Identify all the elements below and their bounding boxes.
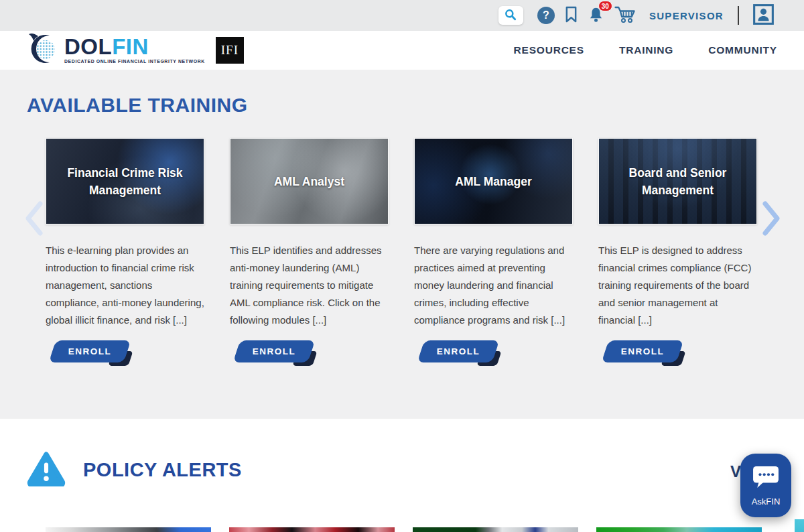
training-card-description: This ELP is designed to address financia… — [598, 242, 757, 329]
brand-tagline: DEDICATED ONLINE FINANCIAL INTEGRITY NET… — [64, 59, 205, 64]
carousel-next-button[interactable] — [761, 201, 781, 238]
shopping-cart-icon — [614, 5, 636, 25]
training-card-financial-crime-risk: Financial Crime Risk Management This e-l… — [46, 138, 204, 362]
training-cards-row: Financial Crime Risk Management This e-l… — [46, 138, 757, 362]
policy-alerts-section: POLICY ALERTS VIEW ALL — [0, 419, 804, 532]
training-card-image[interactable]: AML Analyst — [230, 138, 389, 224]
training-card-image-title: Financial Crime Risk Management — [46, 164, 204, 199]
utility-bar: 30 SUPERVISOR — [0, 0, 804, 31]
bookmark-icon — [565, 6, 578, 25]
notifications-button[interactable]: 30 — [588, 6, 604, 25]
main-navbar: DOLFIN DEDICATED ONLINE FINANCIAL INTEGR… — [0, 31, 804, 70]
enroll-button-label: ENROLL — [437, 346, 480, 356]
policy-alert-card-partial[interactable] — [795, 519, 804, 532]
training-card-description: There are varying regulations and practi… — [414, 242, 573, 329]
cart-button[interactable] — [614, 5, 636, 25]
nav-item-community[interactable]: COMMUNITY — [708, 44, 777, 56]
section-title-available-training: AVAILABLE TRAINING — [27, 94, 248, 117]
chevron-left-icon — [24, 228, 44, 238]
search-icon — [504, 8, 517, 23]
policy-alert-thumbnails — [46, 527, 762, 532]
training-card-image-title: AML Manager — [443, 173, 543, 190]
askfin-chat-button[interactable]: AskFIN — [740, 454, 791, 517]
policy-alert-card[interactable] — [596, 527, 762, 532]
help-icon — [537, 7, 555, 24]
policy-alert-card[interactable] — [413, 527, 578, 532]
person-badge-icon — [753, 4, 774, 27]
training-card-image-title: AML Analyst — [262, 173, 356, 190]
training-card-image[interactable]: AML Manager — [414, 138, 573, 224]
search-button[interactable] — [498, 6, 523, 25]
help-button[interactable] — [537, 7, 555, 24]
enroll-button[interactable]: ENROLL — [421, 340, 496, 362]
enroll-button[interactable]: ENROLL — [52, 340, 127, 362]
chat-bubble-icon — [752, 465, 780, 491]
enroll-button-label: ENROLL — [68, 346, 112, 356]
brand-primary: DOL — [64, 37, 112, 57]
nav-item-resources[interactable]: RESOURCES — [514, 44, 584, 56]
training-card-board-senior-management: Board and Senior Management This ELP is … — [598, 138, 757, 362]
training-card-image-title: Board and Senior Management — [599, 164, 756, 199]
enroll-button-label: ENROLL — [253, 346, 296, 356]
policy-alert-card[interactable] — [229, 527, 395, 532]
carousel-prev-button[interactable] — [24, 201, 44, 238]
utility-divider — [738, 6, 739, 25]
supervisor-role-button[interactable]: SUPERVISOR — [649, 10, 724, 21]
available-training-section: AVAILABLE TRAINING Financial Crime Risk … — [0, 70, 804, 419]
section-title-policy-alerts: POLICY ALERTS — [83, 459, 242, 481]
training-card-aml-manager: AML Manager There are varying regulation… — [414, 138, 573, 362]
enroll-button-label: ENROLL — [621, 346, 665, 356]
dolphin-globe-icon — [27, 33, 60, 68]
training-card-description: This ELP identifies and addresses anti-m… — [230, 242, 389, 329]
nav-links: RESOURCES TRAINING COMMUNITY — [514, 44, 777, 56]
notification-badge: 30 — [598, 1, 612, 11]
enroll-button[interactable]: ENROLL — [605, 340, 680, 362]
policy-alert-card[interactable] — [46, 527, 211, 532]
ifi-badge: IFI — [216, 37, 244, 64]
dolfin-logo[interactable]: DOLFIN DEDICATED ONLINE FINANCIAL INTEGR… — [27, 33, 205, 68]
training-card-description: This e-learning plan provides an introdu… — [46, 242, 204, 329]
training-card-image[interactable]: Financial Crime Risk Management — [46, 138, 204, 224]
brand-secondary: FIN — [112, 37, 149, 57]
training-card-aml-analyst: AML Analyst This ELP identifies and addr… — [230, 138, 389, 362]
chevron-right-icon — [761, 228, 781, 238]
chat-widget-label: AskFIN — [752, 496, 781, 507]
enroll-button[interactable]: ENROLL — [237, 340, 312, 362]
training-card-image[interactable]: Board and Senior Management — [598, 138, 757, 224]
nav-item-training[interactable]: TRAINING — [619, 44, 673, 56]
warning-triangle-icon — [27, 450, 66, 489]
logo-text: DOLFIN DEDICATED ONLINE FINANCIAL INTEGR… — [64, 37, 205, 64]
policy-alerts-header: POLICY ALERTS — [27, 450, 242, 489]
bookmark-button[interactable] — [565, 6, 578, 25]
contact-button[interactable] — [753, 4, 774, 27]
